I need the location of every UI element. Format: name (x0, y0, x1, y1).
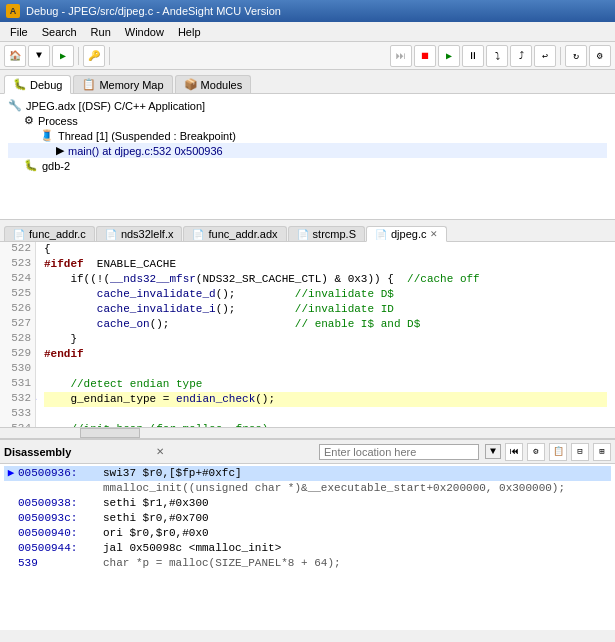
debug-tab-memory[interactable]: 📋 Memory Map (73, 75, 172, 93)
app-icon: A (6, 4, 20, 18)
location-input[interactable] (319, 444, 479, 460)
line-number: 523 (4, 257, 31, 272)
disasm-arrow (4, 511, 18, 526)
debug-tab-bar: 🐛 Debug 📋 Memory Map 📦 Modules (0, 70, 615, 94)
debug-tab-debug[interactable]: 🐛 Debug (4, 75, 71, 94)
disassembly-panel: Disassembly ✕ ▼ ⏮ ⚙ 📋 ⊟ ⊞ ▶00500936:swi3… (0, 440, 615, 630)
line-number: 524 (4, 272, 31, 287)
disasm-btn4[interactable]: ⊟ (571, 443, 589, 461)
disasm-address: 00500944: (18, 541, 103, 556)
editor-tab-nds32lelf-x[interactable]: 📄nds32lelf.x (96, 226, 183, 241)
debug-panel: 🐛 Debug 📋 Memory Map 📦 Modules 🔧JPEG.adx… (0, 70, 615, 220)
line-number: 528 (4, 332, 31, 347)
tree-item[interactable]: 🧵Thread [1] (Suspended : Breakpoint) (8, 128, 607, 143)
editor-area: 📄func_addr.c📄nds32lelf.x📄func_addr.adx📄s… (0, 220, 615, 440)
toolbar-stop-btn[interactable]: ⏹ (414, 45, 436, 67)
tree-item-icon: ⚙ (24, 114, 34, 127)
disasm-tab-icon: ✕ (156, 446, 164, 457)
disasm-row[interactable]: 00500944:jal 0x50098c <mmalloc_init> (4, 541, 611, 556)
toolbar-arrow-btn[interactable]: ▼ (28, 45, 50, 67)
file-icon: 📄 (13, 229, 25, 240)
disasm-arrow (4, 541, 18, 556)
tree-item[interactable]: 🐛gdb-2 (8, 158, 607, 173)
disasm-instruction: sethi $r0,#0x700 (103, 511, 611, 526)
disasm-row[interactable]: 539 char *p = malloc(SIZE_PANEL*8 + 64); (4, 556, 611, 571)
code-content[interactable]: {#ifdef ENABLE_CACHE if((!(__nds32__mfsr… (36, 242, 615, 427)
code-line (44, 407, 607, 422)
disasm-instruction: ori $r0,$r0,#0x0 (103, 526, 611, 541)
disasm-content[interactable]: ▶00500936:swi37 $r0,[$fp+#0xfc]mmalloc_i… (0, 464, 615, 630)
code-line: { (44, 242, 607, 257)
toolbar-step2-btn[interactable]: ⤴ (510, 45, 532, 67)
editor-tab-func_addr-adx[interactable]: 📄func_addr.adx (183, 226, 286, 241)
tree-item[interactable]: ⚙Process (8, 113, 607, 128)
tab-label: func_addr.adx (208, 228, 277, 240)
tree-item-label: Thread [1] (Suspended : Breakpoint) (58, 130, 236, 142)
execution-arrow: ▶ (36, 392, 37, 407)
toolbar-step1-btn[interactable]: ⤵ (486, 45, 508, 67)
toolbar-home-btn[interactable]: 🏠 (4, 45, 26, 67)
editor-tab-strcmp-S[interactable]: 📄strcmp.S (288, 226, 365, 241)
toolbar-pause-btn[interactable]: ⏸ (462, 45, 484, 67)
toolbar-sep3 (560, 47, 561, 65)
toolbar-step3-btn[interactable]: ↩ (534, 45, 556, 67)
code-view: 5225235245255265275285295305315325335345… (0, 242, 615, 427)
disasm-header: Disassembly ✕ ▼ ⏮ ⚙ 📋 ⊟ ⊞ (0, 440, 615, 464)
horizontal-scrollbar[interactable] (0, 427, 615, 439)
menu-window[interactable]: Window (119, 25, 170, 39)
toolbar-key-btn[interactable]: 🔑 (83, 45, 105, 67)
toolbar-run-btn[interactable]: ▶ (52, 45, 74, 67)
code-line: cache_invalidate_i(); //invalidate ID (44, 302, 607, 317)
disasm-arrow (4, 526, 18, 541)
disasm-instruction: sethi $r1,#0x300 (103, 496, 611, 511)
debug-tab-modules[interactable]: 📦 Modules (175, 75, 252, 93)
toolbar-sep1 (78, 47, 79, 65)
disasm-instruction: swi37 $r0,[$fp+#0xfc] (103, 466, 611, 481)
disasm-row[interactable]: 0050093c:sethi $r0,#0x700 (4, 511, 611, 526)
tree-item-icon: 🐛 (24, 159, 38, 172)
code-line: } (44, 332, 607, 347)
tree-item[interactable]: 🔧JPEG.adx [(DSF) C/C++ Application] (8, 98, 607, 113)
location-dropdown[interactable]: ▼ (485, 444, 501, 459)
tree-item[interactable]: ▶main() at djpeg.c:532 0x500936 (8, 143, 607, 158)
tree-item-label: gdb-2 (42, 160, 70, 172)
menu-search[interactable]: Search (36, 25, 83, 39)
tree-item-icon: 🧵 (40, 129, 54, 142)
menu-run[interactable]: Run (85, 25, 117, 39)
disasm-instruction: char *p = malloc(SIZE_PANEL*8 + 64); (103, 556, 611, 571)
toolbar-settings-btn[interactable]: ⚙ (589, 45, 611, 67)
disasm-row[interactable]: 00500938:sethi $r1,#0x300 (4, 496, 611, 511)
toolbar-refresh-btn[interactable]: ↻ (565, 45, 587, 67)
disasm-address: 539 (18, 556, 103, 571)
editor-tab-func_addr-c[interactable]: 📄func_addr.c (4, 226, 95, 241)
disasm-btn3[interactable]: 📋 (549, 443, 567, 461)
menu-help[interactable]: Help (172, 25, 207, 39)
toolbar-play-btn[interactable]: ▶ (438, 45, 460, 67)
file-icon: 📄 (192, 229, 204, 240)
disasm-row[interactable]: 00500940:ori $r0,$r0,#0x0 (4, 526, 611, 541)
disasm-btn1[interactable]: ⏮ (505, 443, 523, 461)
disasm-btn5[interactable]: ⊞ (593, 443, 611, 461)
modules-tab-label: Modules (201, 79, 243, 91)
tab-close-btn[interactable]: ✕ (430, 229, 438, 239)
line-number: 530 (4, 362, 31, 377)
disasm-row[interactable]: mmalloc_init((unsigned char *)&__executa… (4, 481, 611, 496)
editor-tab-djpeg-c[interactable]: 📄djpeg.c ✕ (366, 226, 447, 242)
disasm-row[interactable]: ▶00500936:swi37 $r0,[$fp+#0xfc] (4, 466, 611, 481)
toolbar-skip-btn[interactable]: ⏭ (390, 45, 412, 67)
disasm-address: 0050093c: (18, 511, 103, 526)
file-icon: 📄 (105, 229, 117, 240)
code-line: cache_invalidate_d(); //invalidate D$ (44, 287, 607, 302)
main-toolbar: 🏠 ▼ ▶ 🔑 ⏭ ⏹ ▶ ⏸ ⤵ ⤴ ↩ ↻ ⚙ (0, 42, 615, 70)
disasm-btn2[interactable]: ⚙ (527, 443, 545, 461)
toolbar-sep2 (109, 47, 110, 65)
tree-item-label: JPEG.adx [(DSF) C/C++ Application] (26, 100, 205, 112)
disasm-arrow: ▶ (4, 466, 18, 481)
memory-tab-icon: 📋 (82, 78, 96, 91)
line-number: 527 (4, 317, 31, 332)
disasm-address (18, 481, 103, 496)
disasm-instruction: mmalloc_init((unsigned char *)&__executa… (103, 481, 611, 496)
editor-tab-bar: 📄func_addr.c📄nds32lelf.x📄func_addr.adx📄s… (0, 220, 615, 242)
menu-file[interactable]: File (4, 25, 34, 39)
disasm-address: 00500938: (18, 496, 103, 511)
